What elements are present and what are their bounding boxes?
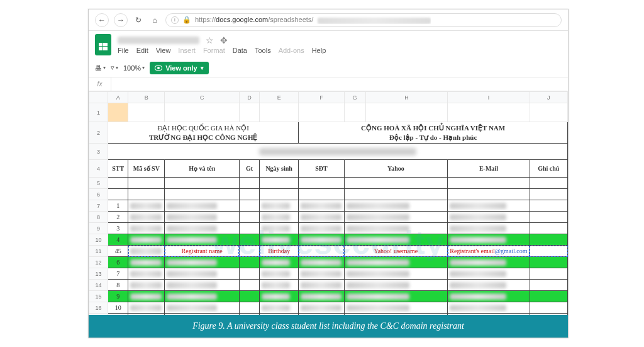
table-row[interactable]: 137	[89, 268, 568, 280]
print-button[interactable]: 🖶 ▾	[95, 64, 106, 72]
url-bar[interactable]: i 🔒 https://docs.google.com/spreadsheets…	[165, 13, 562, 27]
row-header[interactable]: 3	[89, 144, 108, 160]
cell-a1[interactable]	[108, 103, 128, 122]
row-header[interactable]: 8	[89, 212, 108, 223]
screenshot-frame: ← → ↻ ⌂ i 🔒 https://docs.google.com/spre…	[88, 9, 569, 338]
formula-bar: fx	[89, 77, 568, 91]
star-icon[interactable]: ☆	[206, 35, 214, 45]
doc-title-redacted	[118, 37, 199, 44]
menu-view[interactable]: View	[156, 47, 171, 54]
eye-icon	[155, 65, 162, 71]
menu-tools[interactable]: Tools	[255, 47, 271, 54]
table-row[interactable]: 1610	[89, 302, 568, 314]
menu-help[interactable]: Help	[312, 47, 326, 54]
row-header[interactable]: 9	[89, 223, 108, 234]
col-header[interactable]: E	[260, 92, 299, 103]
url-text: https://docs.google.com/spreadsheets/	[195, 16, 431, 23]
row-header[interactable]: 13	[89, 268, 108, 280]
formula-input[interactable]	[111, 77, 568, 91]
table-row[interactable]: 126	[89, 257, 568, 268]
col-header[interactable]: A	[108, 92, 128, 103]
chevron-down-icon: ▾	[201, 65, 204, 71]
nav-home-button[interactable]: ⌂	[149, 13, 160, 27]
col-header[interactable]: B	[128, 92, 165, 103]
row-header[interactable]: 14	[89, 280, 108, 291]
row-header[interactable]: 11	[89, 246, 108, 257]
menu-format: Format	[203, 47, 225, 54]
row-header[interactable]: 2	[89, 122, 108, 144]
spreadsheet-grid[interactable]: welivesecurity A B C	[89, 91, 568, 338]
row-header[interactable]: 7	[89, 200, 108, 212]
menu-insert: Insert	[178, 47, 196, 54]
column-header-row: A B C D E F G H I J	[89, 92, 568, 103]
nav-reload-button[interactable]: ↻	[133, 13, 144, 27]
menu-add-ons: Add-ons	[279, 47, 304, 54]
sheet-title-redacted	[259, 148, 416, 156]
col-header[interactable]: C	[165, 92, 239, 103]
table-row[interactable]: 159	[89, 291, 568, 302]
page-info-icon[interactable]: i	[171, 16, 179, 24]
row-header[interactable]: 1	[89, 103, 108, 122]
move-folder-icon[interactable]: ✥	[220, 35, 228, 45]
browser-toolbar: ← → ↻ ⌂ i 🔒 https://docs.google.com/spre…	[89, 9, 568, 31]
col-header[interactable]: I	[448, 92, 530, 103]
table-row[interactable]: 148	[89, 280, 568, 291]
menu-bar: FileEditViewInsertFormatDataToolsAdd-ons…	[118, 47, 326, 54]
col-header[interactable]: D	[239, 92, 259, 103]
filter-button[interactable]: ▿ ▾	[111, 64, 118, 72]
zoom-dropdown[interactable]: 100% ▾	[123, 64, 145, 72]
table-row[interactable]: 71	[89, 200, 568, 212]
col-header[interactable]: H	[365, 92, 448, 103]
row-header[interactable]: 15	[89, 291, 108, 302]
menu-file[interactable]: File	[118, 47, 129, 54]
nav-forward-button[interactable]: →	[114, 13, 128, 27]
row-header[interactable]: 4	[89, 160, 108, 178]
lock-icon: 🔒	[182, 16, 191, 24]
secondary-toolbar: 🖶 ▾ ▿ ▾ 100% ▾ View only ▾	[89, 59, 568, 77]
figure-caption: Figure 9. A university class student lis…	[89, 315, 568, 338]
view-only-button[interactable]: View only ▾	[150, 62, 209, 74]
table-row[interactable]: 104	[89, 234, 568, 246]
row-header[interactable]: 12	[89, 257, 108, 268]
nav-back-button[interactable]: ←	[95, 13, 109, 27]
table-row[interactable]: 1145Registrant nameBirthdayYahoo! userna…	[89, 246, 568, 257]
row-header[interactable]: 6	[89, 189, 108, 200]
sheets-logo-icon[interactable]	[95, 34, 111, 55]
col-header[interactable]: F	[299, 92, 344, 103]
menu-data[interactable]: Data	[233, 47, 247, 54]
app-header: ☆ ✥ FileEditViewInsertFormatDataToolsAdd…	[89, 31, 568, 59]
table-row[interactable]: 93	[89, 223, 568, 234]
url-redacted	[318, 18, 431, 24]
table-row[interactable]: 82	[89, 212, 568, 223]
row-header[interactable]: 5	[89, 178, 108, 189]
fx-label: fx	[89, 77, 111, 91]
select-all-corner[interactable]	[89, 92, 108, 103]
col-header[interactable]: J	[530, 92, 567, 103]
menu-edit[interactable]: Edit	[136, 47, 148, 54]
row-header[interactable]: 16	[89, 302, 108, 314]
col-header[interactable]: G	[344, 92, 365, 103]
row-header[interactable]: 10	[89, 234, 108, 246]
